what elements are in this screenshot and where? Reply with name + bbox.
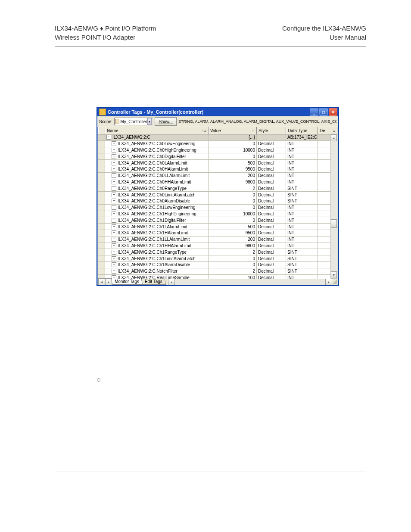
cell-value[interactable]: 0: [209, 198, 257, 205]
table-row[interactable]: ILX34_AENWG:2:C.Ch1LAlarmLimit500Decimal…: [98, 224, 337, 230]
cell-name[interactable]: ILX34_AENWG:2:C.Ch0AlarmDisable: [105, 198, 209, 205]
expand-icon[interactable]: [112, 218, 116, 223]
tab-edit-tags[interactable]: Edit Tags: [141, 279, 166, 285]
cell-style[interactable]: Decimal: [257, 268, 286, 275]
cell-value[interactable]: 2: [209, 249, 257, 255]
expand-icon[interactable]: [112, 186, 116, 191]
cell-value[interactable]: 0: [209, 153, 257, 160]
table-row[interactable]: ILX34_AENWG:2:C.Ch1LowEngineering0Decima…: [98, 205, 337, 211]
cell-style[interactable]: Decimal: [257, 205, 286, 211]
cell-value[interactable]: 0: [209, 141, 257, 147]
expand-icon[interactable]: [112, 199, 116, 203]
row-selector[interactable]: [98, 211, 105, 218]
cell-style[interactable]: Decimal: [257, 166, 286, 173]
tab-monitor-tags[interactable]: Monitor Tags: [111, 279, 143, 285]
expand-icon[interactable]: [112, 148, 116, 152]
cell-value[interactable]: 2: [209, 185, 257, 192]
hscroll-track[interactable]: [175, 279, 325, 285]
expand-icon[interactable]: [112, 230, 116, 235]
maximize-button[interactable]: □: [319, 108, 328, 116]
expand-icon[interactable]: [112, 161, 116, 165]
table-row[interactable]: ILX34_AENWG:2:C.Ch0AlarmDisable0DecimalS…: [98, 198, 337, 205]
table-row[interactable]: ILX34_AENWG:2:C.Ch1LLAlarmLimit200Decima…: [98, 236, 337, 243]
cell-value[interactable]: {...}: [209, 134, 257, 141]
table-row[interactable]: ILX34_AENWG:2:C.Ch0DigitalFilter0Decimal…: [98, 153, 337, 160]
cell-name[interactable]: ILX34_AENWG:2:C.Ch1AlarmDisable: [105, 262, 209, 268]
row-selector[interactable]: [98, 205, 105, 211]
column-description[interactable]: De ▲: [318, 127, 337, 134]
cell-value[interactable]: 0: [209, 255, 257, 262]
cell-name[interactable]: ILX34_AENWG:2:C.Ch1HAlarmLimit: [105, 230, 209, 236]
cell-name[interactable]: ILX34_AENWG:2:C.Ch1HHAlarmLimit: [105, 243, 209, 249]
scrollbar-track[interactable]: [331, 141, 337, 271]
row-selector[interactable]: [98, 249, 105, 255]
cell-style[interactable]: Decimal: [257, 198, 286, 205]
expand-icon[interactable]: [112, 256, 116, 261]
row-selector[interactable]: [98, 134, 105, 141]
minimize-button[interactable]: _: [310, 108, 318, 116]
cell-name[interactable]: ILX34_AENWG:2:C.Ch1RangeType: [105, 249, 209, 255]
table-row[interactable]: ILX34_AENWG:2:C.Ch0LAlarmLimit500Decimal…: [98, 160, 337, 166]
cell-style[interactable]: Decimal: [257, 173, 286, 179]
table-row[interactable]: ILX34_AENWG:2:C.Ch0LimitAlarmLatch0Decim…: [98, 192, 337, 198]
column-style[interactable]: Style: [257, 127, 286, 134]
cell-style[interactable]: [257, 134, 286, 141]
hscroll-left-button[interactable]: ◂: [168, 279, 175, 285]
cell-style[interactable]: Decimal: [257, 153, 286, 160]
row-selector[interactable]: [98, 262, 105, 268]
row-selector[interactable]: [98, 153, 105, 160]
expand-icon[interactable]: [112, 224, 116, 229]
row-selector[interactable]: [98, 243, 105, 249]
cell-name[interactable]: ILX34_AENWG:2:C.Ch1LLAlarmLimit: [105, 236, 209, 243]
cell-name[interactable]: ILX34_AENWG:2:C.Ch0LLAlarmLimit: [105, 173, 209, 179]
collapse-icon[interactable]: [106, 135, 111, 140]
cell-style[interactable]: Decimal: [257, 179, 286, 186]
expand-icon[interactable]: [112, 193, 116, 197]
table-row[interactable]: ILX34_AENWG:2:C.Ch1RangeType2DecimalSINT: [98, 249, 337, 255]
vertical-scrollbar[interactable]: ▲ ▼: [330, 134, 337, 279]
row-selector[interactable]: [98, 179, 105, 186]
table-row[interactable]: ILX34_AENWG:2:C.Ch1LimitAlarmLatch0Decim…: [98, 255, 337, 262]
table-row[interactable]: ILX34_AENWG:2:C.Ch1HAlarmLimit9500Decima…: [98, 230, 337, 236]
cell-style[interactable]: Decimal: [257, 236, 286, 243]
row-selector[interactable]: [98, 160, 105, 166]
cell-name[interactable]: ILX34_AENWG:2:C.Ch0HHAlarmLimit: [105, 179, 209, 186]
cell-value[interactable]: 9500: [209, 230, 257, 236]
expand-icon[interactable]: [112, 212, 116, 216]
cell-style[interactable]: Decimal: [257, 211, 286, 218]
cell-name[interactable]: ILX34_AENWG:2:C.Ch0RangeType: [105, 185, 209, 192]
chevron-down-icon[interactable]: ▾: [147, 118, 152, 125]
table-row[interactable]: ILX34_AENWG:2:C{...}AB:1734_IE2:C:0: [98, 134, 337, 141]
cell-name[interactable]: ILX34_AENWG:2:C.Ch1LimitAlarmLatch: [105, 255, 209, 262]
row-selector[interactable]: [98, 268, 105, 275]
expand-icon[interactable]: [112, 205, 116, 210]
row-selector[interactable]: [98, 198, 105, 205]
table-row[interactable]: ILX34_AENWG:2:C.Ch0RangeType2DecimalSINT: [98, 185, 337, 192]
cell-value[interactable]: 200: [209, 236, 257, 243]
table-row[interactable]: ILX34_AENWG:2:C.NotchFilter2DecimalSINT: [98, 268, 337, 275]
expand-icon[interactable]: [112, 141, 116, 146]
cell-value[interactable]: 2: [209, 268, 257, 275]
cell-name[interactable]: ILX34_AENWG:2:C.Ch0DigitalFilter: [105, 153, 209, 160]
row-selector[interactable]: [98, 185, 105, 192]
grid-body[interactable]: ILX34_AENWG:2:C{...}AB:1734_IE2:C:0ILX34…: [98, 134, 337, 279]
cell-style[interactable]: Decimal: [257, 141, 286, 147]
cell-value[interactable]: 9500: [209, 166, 257, 173]
titlebar[interactable]: Controller Tags - My_Controller(controll…: [97, 108, 338, 116]
table-row[interactable]: ILX34_AENWG:2:C.Ch1AlarmDisable0DecimalS…: [98, 262, 337, 268]
row-selector[interactable]: [98, 255, 105, 262]
table-row[interactable]: ILX34_AENWG:2:C.Ch0HighEngineering10000D…: [98, 147, 337, 154]
table-row[interactable]: ILX34_AENWG:2:C.Ch0HAlarmLimit9500Decima…: [98, 166, 337, 173]
cell-name[interactable]: ILX34_AENWG:2:C.Ch0LowEngineering: [105, 141, 209, 147]
cell-value[interactable]: 0: [209, 217, 257, 224]
cell-name[interactable]: ILX34_AENWG:2:C: [105, 134, 209, 141]
expand-icon[interactable]: [112, 167, 116, 171]
cell-name[interactable]: ILX34_AENWG:2:C.Ch1LowEngineering: [105, 205, 209, 211]
scope-dropdown[interactable]: My_Controller ▾: [114, 118, 153, 125]
scroll-up-button[interactable]: ▲: [331, 134, 337, 141]
cell-value[interactable]: 0: [209, 192, 257, 198]
cell-value[interactable]: 10000: [209, 147, 257, 154]
cell-style[interactable]: Decimal: [257, 217, 286, 224]
expand-icon[interactable]: [112, 154, 116, 159]
row-selector[interactable]: [98, 166, 105, 173]
